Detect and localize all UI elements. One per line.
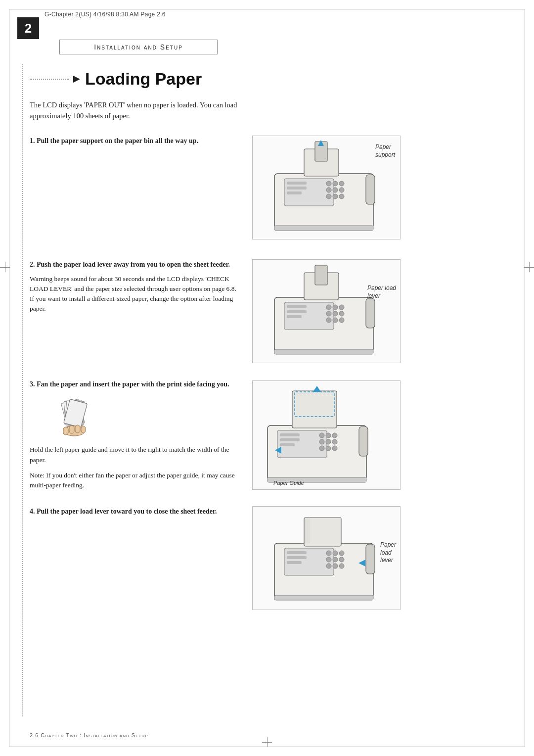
svg-point-75 [333, 551, 338, 556]
step-3-row: 3. Fan the paper and insert the paper wi… [30, 380, 504, 490]
svg-point-80 [326, 564, 331, 568]
page-border-top [9, 9, 525, 9]
svg-point-56 [319, 439, 324, 444]
step-3-image: Paper Guide [252, 380, 400, 490]
svg-rect-18 [366, 175, 375, 204]
fax-illustration-2 [260, 263, 393, 359]
dotted-left-border [22, 64, 23, 716]
step-4-label-callout: Paperloadlever [380, 541, 396, 565]
svg-rect-4 [287, 187, 307, 189]
svg-point-12 [326, 194, 331, 199]
step-4-text: 4. Pull the paper load lever toward you … [30, 506, 242, 517]
step-1-image: Papersupport [252, 136, 400, 239]
svg-rect-73 [287, 561, 302, 564]
arrow-right-icon [73, 75, 82, 84]
step-3-text: 3. Fan the paper and insert the paper wi… [30, 380, 242, 490]
svg-rect-44 [63, 427, 68, 435]
step-1-number: 1. [30, 137, 37, 144]
section-title-box: Installation and Setup [59, 40, 218, 54]
svg-point-9 [326, 188, 331, 192]
svg-text:Paper Guide: Paper Guide [273, 480, 304, 486]
chapter-number-block: 2 [17, 17, 39, 39]
fax-illustration-4 [260, 509, 393, 608]
crosshair-bottom [262, 737, 272, 747]
step-2-text: 2. Push the paper load lever away from y… [30, 259, 242, 314]
svg-point-74 [326, 551, 331, 556]
svg-point-82 [339, 564, 344, 568]
step-2-main: 2. Push the paper load lever away from y… [30, 259, 242, 270]
svg-marker-0 [73, 76, 80, 83]
fan-paper-svg [44, 393, 104, 438]
svg-rect-71 [287, 551, 307, 554]
svg-rect-87 [366, 544, 375, 574]
svg-point-53 [319, 433, 324, 438]
svg-rect-5 [287, 191, 302, 194]
fan-paper-illustration [44, 393, 242, 438]
step-2-image: Paper loadlever [252, 259, 400, 363]
svg-rect-37 [366, 298, 375, 328]
svg-point-31 [326, 318, 331, 323]
svg-rect-23 [287, 310, 307, 313]
step-2-row: 2. Push the paper load lever away from y… [30, 259, 504, 363]
svg-point-81 [333, 564, 338, 568]
page-heading: Loading Paper [85, 69, 202, 89]
page-border-right [525, 9, 525, 747]
svg-point-32 [333, 318, 338, 323]
svg-rect-72 [287, 556, 307, 559]
svg-marker-66 [313, 386, 321, 392]
svg-point-57 [326, 439, 331, 444]
svg-point-27 [339, 305, 344, 310]
step-1-label-callout: Papersupport [375, 143, 395, 159]
svg-rect-51 [280, 438, 300, 441]
svg-point-59 [319, 446, 324, 451]
svg-point-14 [339, 194, 344, 199]
crosshair-left [0, 262, 10, 272]
svg-rect-89 [274, 595, 373, 600]
svg-point-58 [332, 439, 337, 444]
svg-point-33 [339, 318, 344, 323]
svg-rect-19 [274, 226, 373, 231]
step-1-main: 1. Pull the paper support on the paper b… [30, 136, 242, 146]
svg-rect-83 [304, 518, 341, 546]
svg-point-8 [339, 181, 344, 186]
intro-paragraph: The LCD displays 'PAPER OUT' when no pap… [30, 99, 267, 122]
step-4-main: 4. Pull the paper load lever toward you … [30, 506, 242, 517]
svg-point-6 [326, 181, 331, 186]
svg-point-10 [333, 188, 338, 192]
step-4-image: Paperloadlever [252, 506, 400, 610]
step-2-label-callout: Paper loadlever [367, 284, 396, 300]
svg-rect-64 [292, 391, 337, 428]
fax-illustration-3: Paper Guide [253, 381, 386, 487]
step-1-label: Pull the paper support on the paper bin … [37, 137, 198, 144]
svg-point-13 [333, 194, 338, 199]
step-3-main: 3. Fan the paper and insert the paper wi… [30, 380, 242, 388]
step-3-note: Note: If you don't either fan the paper … [30, 471, 242, 491]
svg-rect-50 [280, 433, 300, 436]
svg-rect-24 [287, 315, 302, 318]
svg-rect-3 [287, 182, 307, 185]
step-3-sub1: Hold the left paper guide and move it to… [30, 445, 242, 466]
step-1-row: 1. Pull the paper support on the paper b… [30, 136, 504, 239]
svg-point-76 [339, 551, 344, 556]
svg-point-29 [333, 311, 338, 316]
step-4-row: 4. Pull the paper load lever toward you … [30, 506, 504, 610]
top-meta: G-Chapter 2(US) 4/16/98 8:30 AM Page 2.6 [44, 11, 166, 18]
page-border-left [9, 9, 9, 747]
crosshair-right [524, 262, 534, 272]
svg-point-78 [333, 557, 338, 562]
svg-point-28 [326, 311, 331, 316]
step-2-sub: Warning beeps sound for about 30 seconds… [30, 274, 242, 314]
page-footer: 2.6 Chapter Two : Installation and Setup [30, 732, 148, 738]
chapter-heading: Loading Paper [30, 64, 504, 89]
svg-point-11 [339, 188, 344, 192]
svg-point-25 [326, 305, 331, 310]
svg-point-7 [333, 181, 338, 186]
chapter-number: 2 [25, 21, 32, 36]
step-1-text: 1. Pull the paper support on the paper b… [30, 136, 242, 149]
section-title: Installation and Setup [94, 43, 183, 51]
svg-point-61 [332, 446, 337, 451]
fax-illustration-1 [260, 139, 393, 236]
svg-rect-38 [274, 349, 373, 354]
heading-dots [30, 79, 69, 80]
svg-point-30 [339, 311, 344, 316]
